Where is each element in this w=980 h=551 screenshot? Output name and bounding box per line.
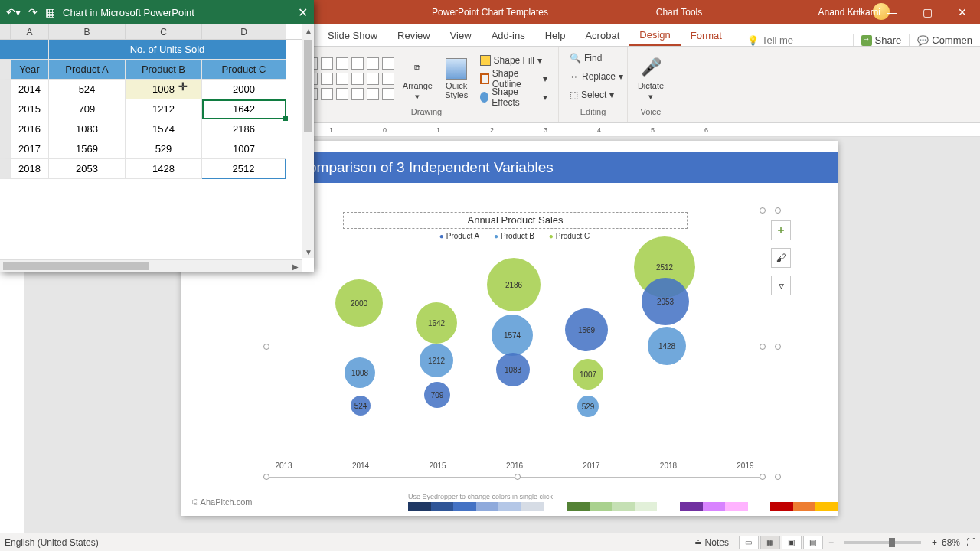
- scroll-thumb-h[interactable]: [3, 262, 149, 270]
- excel-horizontal-scrollbar[interactable]: ▶: [0, 259, 302, 272]
- bubble-b-2015[interactable]: 1212: [420, 344, 453, 377]
- bubble-b-2014[interactable]: 1008: [345, 357, 375, 388]
- zoom-out-icon[interactable]: −: [828, 537, 834, 548]
- comments-button[interactable]: Commen: [910, 34, 980, 46]
- view-reading-icon[interactable]: ▣: [782, 536, 802, 549]
- excel-vertical-scrollbar[interactable]: ▲ ▼: [302, 24, 314, 258]
- bubble-a-2018[interactable]: 2053: [642, 278, 689, 325]
- maximize-icon[interactable]: ▢: [910, 0, 945, 24]
- chart-data-excel-window[interactable]: ↶▾ ↷ ▦ Chart in Microsoft PowerPoint ✕ A…: [0, 0, 314, 272]
- col-header-d[interactable]: D: [202, 24, 286, 39]
- col-header-b[interactable]: B: [49, 24, 126, 39]
- tab-review[interactable]: Review: [387, 24, 440, 46]
- zoom-level[interactable]: 68%: [942, 537, 960, 548]
- zoom-in-icon[interactable]: +: [932, 537, 937, 548]
- arrange-button[interactable]: ⧉Arrange▾: [402, 55, 433, 102]
- scroll-thumb-v[interactable]: [304, 40, 312, 132]
- view-normal-icon[interactable]: ▭: [739, 536, 759, 549]
- shape-fill-menu[interactable]: Shape Fill ▾: [480, 52, 547, 69]
- tab-help[interactable]: Help: [535, 24, 576, 46]
- select-all-corner[interactable]: [0, 24, 11, 39]
- undo-icon[interactable]: ↶▾: [6, 6, 21, 18]
- zoom-slider[interactable]: [844, 541, 921, 544]
- microphone-icon: 🎤: [639, 55, 663, 80]
- legend-item-a[interactable]: Product A: [439, 232, 479, 240]
- view-sorter-icon[interactable]: ▦: [760, 536, 780, 549]
- bubble-b-2018[interactable]: 1428: [648, 327, 686, 365]
- excel-close-icon[interactable]: ✕: [298, 5, 308, 20]
- table-row: 2018 2053 1428 2512: [0, 159, 314, 179]
- scroll-up-icon[interactable]: ▲: [302, 24, 314, 37]
- chart-legend[interactable]: Product A Product B Product C: [266, 232, 763, 240]
- bubble-b-2016[interactable]: 1574: [492, 315, 533, 356]
- merged-header-cell[interactable]: No. of Units Sold: [49, 40, 286, 60]
- cell-pa-header[interactable]: Product A: [49, 60, 126, 80]
- scroll-right-icon[interactable]: ▶: [289, 260, 302, 272]
- quick-styles-button[interactable]: Quick Styles: [441, 58, 472, 99]
- excel-title-bar[interactable]: ↶▾ ↷ ▦ Chart in Microsoft PowerPoint ✕: [0, 0, 314, 24]
- tell-me-search[interactable]: Tell me: [747, 34, 793, 46]
- excel-grid[interactable]: A B C D No. of Units Sold Year Product A…: [0, 24, 314, 272]
- select-button[interactable]: ⬚Select ▾: [570, 86, 614, 103]
- chart-plot-area[interactable]: 2000 1008 524 1642 1212 709 2186 1574 10…: [274, 244, 755, 458]
- quick-styles-icon: [446, 58, 467, 80]
- notes-button[interactable]: ≐ Notes: [694, 537, 729, 548]
- scroll-down-icon[interactable]: ▼: [302, 246, 314, 258]
- minimize-icon[interactable]: —: [874, 0, 910, 24]
- close-icon[interactable]: ✕: [945, 0, 980, 24]
- find-button[interactable]: 🔍Find: [570, 50, 602, 67]
- cell-c-2014[interactable]: 1008: [126, 80, 202, 99]
- legend-item-b[interactable]: Product B: [494, 232, 534, 240]
- replace-button[interactable]: ↔Replace ▾: [570, 68, 623, 85]
- selected-cell-d3[interactable]: 1642: [202, 99, 286, 119]
- chart-elements-button[interactable]: ＋: [771, 220, 791, 240]
- col-header-c[interactable]: C: [126, 24, 202, 39]
- ribbon-display-options-icon[interactable]: ▭: [839, 0, 874, 24]
- shape-outline-menu[interactable]: Shape Outline ▾: [480, 70, 547, 87]
- chart-styles-button[interactable]: 🖌: [771, 248, 791, 268]
- chart-object[interactable]: Annual Product Sales Product A Product B…: [266, 210, 763, 478]
- row-header-merged: No. of Units Sold: [0, 40, 314, 60]
- share-button[interactable]: Share: [853, 34, 910, 46]
- shapes-gallery[interactable]: [305, 57, 394, 100]
- color-palette-strip[interactable]: [408, 502, 838, 511]
- legend-item-c[interactable]: Product C: [549, 232, 590, 240]
- edit-data-icon[interactable]: ▦: [45, 6, 55, 18]
- column-headers-row: A B C D: [0, 24, 314, 40]
- bubble-a-2015[interactable]: 709: [424, 382, 450, 408]
- dictate-button[interactable]: 🎤Dictate▾: [638, 55, 664, 102]
- cell-pc-header[interactable]: Product C: [202, 60, 286, 80]
- group-label-editing: Editing: [570, 107, 616, 121]
- status-bar: English (United States) ≐ Notes ▭ ▦ ▣ ▤ …: [0, 533, 980, 551]
- language-status[interactable]: English (United States): [5, 537, 99, 548]
- fit-to-window-icon[interactable]: ⛶: [966, 537, 975, 548]
- bubble-a-2016[interactable]: 1083: [496, 353, 530, 386]
- slide-title-banner[interactable]: omparison of 3 Independent Variables: [272, 152, 838, 183]
- bubble-c-2015[interactable]: 1642: [416, 302, 457, 344]
- view-slideshow-icon[interactable]: ▤: [803, 536, 823, 549]
- bubble-c-2017[interactable]: 1007: [573, 359, 603, 390]
- chart-title[interactable]: Annual Product Sales: [343, 212, 688, 229]
- tab-chart-design[interactable]: Design: [629, 24, 680, 46]
- chart-tools-contextual-tab[interactable]: Chart Tools: [637, 0, 721, 24]
- tab-addins[interactable]: Add-ins: [482, 24, 535, 46]
- row-subheaders: Year Product A Product B Product C: [0, 60, 314, 80]
- window-controls: ▭ — ▢ ✕: [839, 0, 980, 24]
- cell-year-header[interactable]: Year: [0, 60, 49, 80]
- bubble-c-2014[interactable]: 2000: [335, 279, 383, 327]
- bubble-c-2016[interactable]: 2186: [487, 258, 541, 311]
- chart-filters-button[interactable]: ▿: [771, 276, 791, 295]
- bubble-a-2014[interactable]: 524: [351, 396, 371, 416]
- tab-acrobat[interactable]: Acrobat: [575, 24, 629, 46]
- tab-view[interactable]: View: [440, 24, 482, 46]
- share-icon: [861, 35, 872, 46]
- replace-icon: ↔: [570, 71, 579, 82]
- cell-pb-header[interactable]: Product B: [126, 60, 202, 80]
- col-header-a[interactable]: A: [11, 24, 49, 39]
- tab-slideshow[interactable]: Slide Show: [318, 24, 387, 46]
- tab-chart-format[interactable]: Format: [681, 24, 732, 46]
- shape-effects-menu[interactable]: Shape Effects ▾: [480, 89, 547, 106]
- bubble-b-2017[interactable]: 529: [577, 396, 599, 417]
- bubble-a-2017[interactable]: 1569: [565, 308, 608, 351]
- redo-icon[interactable]: ↷: [28, 6, 38, 18]
